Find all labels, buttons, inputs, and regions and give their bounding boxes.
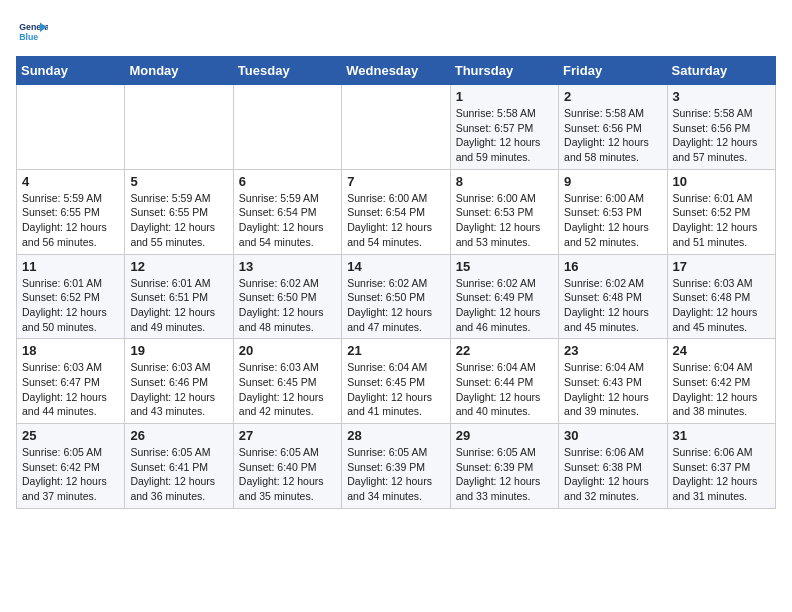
- calendar-cell: 1Sunrise: 5:58 AM Sunset: 6:57 PM Daylig…: [450, 85, 558, 170]
- day-number: 10: [673, 174, 770, 189]
- day-content: Sunrise: 6:01 AM Sunset: 6:52 PM Dayligh…: [673, 191, 770, 250]
- day-number: 20: [239, 343, 336, 358]
- calendar-cell: 23Sunrise: 6:04 AM Sunset: 6:43 PM Dayli…: [559, 339, 667, 424]
- day-content: Sunrise: 6:02 AM Sunset: 6:49 PM Dayligh…: [456, 276, 553, 335]
- day-number: 22: [456, 343, 553, 358]
- calendar-cell: [125, 85, 233, 170]
- calendar-cell: 2Sunrise: 5:58 AM Sunset: 6:56 PM Daylig…: [559, 85, 667, 170]
- calendar-cell: 16Sunrise: 6:02 AM Sunset: 6:48 PM Dayli…: [559, 254, 667, 339]
- calendar-cell: 8Sunrise: 6:00 AM Sunset: 6:53 PM Daylig…: [450, 169, 558, 254]
- calendar-weekday-header: Thursday: [450, 57, 558, 85]
- calendar-week-row: 18Sunrise: 6:03 AM Sunset: 6:47 PM Dayli…: [17, 339, 776, 424]
- day-number: 25: [22, 428, 119, 443]
- day-number: 8: [456, 174, 553, 189]
- calendar-cell: 17Sunrise: 6:03 AM Sunset: 6:48 PM Dayli…: [667, 254, 775, 339]
- calendar-cell: 14Sunrise: 6:02 AM Sunset: 6:50 PM Dayli…: [342, 254, 450, 339]
- calendar-cell: 20Sunrise: 6:03 AM Sunset: 6:45 PM Dayli…: [233, 339, 341, 424]
- calendar-cell: 13Sunrise: 6:02 AM Sunset: 6:50 PM Dayli…: [233, 254, 341, 339]
- day-content: Sunrise: 6:04 AM Sunset: 6:45 PM Dayligh…: [347, 360, 444, 419]
- calendar-cell: 29Sunrise: 6:05 AM Sunset: 6:39 PM Dayli…: [450, 424, 558, 509]
- day-content: Sunrise: 5:59 AM Sunset: 6:55 PM Dayligh…: [22, 191, 119, 250]
- day-content: Sunrise: 5:58 AM Sunset: 6:56 PM Dayligh…: [564, 106, 661, 165]
- calendar-cell: 28Sunrise: 6:05 AM Sunset: 6:39 PM Dayli…: [342, 424, 450, 509]
- day-number: 24: [673, 343, 770, 358]
- calendar-table: SundayMondayTuesdayWednesdayThursdayFrid…: [16, 56, 776, 509]
- calendar-week-row: 11Sunrise: 6:01 AM Sunset: 6:52 PM Dayli…: [17, 254, 776, 339]
- day-number: 21: [347, 343, 444, 358]
- calendar-cell: 22Sunrise: 6:04 AM Sunset: 6:44 PM Dayli…: [450, 339, 558, 424]
- logo: General Blue: [16, 16, 48, 48]
- day-content: Sunrise: 6:06 AM Sunset: 6:38 PM Dayligh…: [564, 445, 661, 504]
- calendar-cell: 9Sunrise: 6:00 AM Sunset: 6:53 PM Daylig…: [559, 169, 667, 254]
- day-number: 11: [22, 259, 119, 274]
- calendar-cell: 11Sunrise: 6:01 AM Sunset: 6:52 PM Dayli…: [17, 254, 125, 339]
- calendar-weekday-header: Saturday: [667, 57, 775, 85]
- day-content: Sunrise: 6:00 AM Sunset: 6:54 PM Dayligh…: [347, 191, 444, 250]
- calendar-cell: 10Sunrise: 6:01 AM Sunset: 6:52 PM Dayli…: [667, 169, 775, 254]
- day-number: 16: [564, 259, 661, 274]
- calendar-cell: 27Sunrise: 6:05 AM Sunset: 6:40 PM Dayli…: [233, 424, 341, 509]
- day-number: 9: [564, 174, 661, 189]
- day-number: 28: [347, 428, 444, 443]
- day-content: Sunrise: 6:03 AM Sunset: 6:47 PM Dayligh…: [22, 360, 119, 419]
- calendar-cell: 21Sunrise: 6:04 AM Sunset: 6:45 PM Dayli…: [342, 339, 450, 424]
- calendar-weekday-header: Friday: [559, 57, 667, 85]
- day-content: Sunrise: 6:01 AM Sunset: 6:51 PM Dayligh…: [130, 276, 227, 335]
- day-number: 3: [673, 89, 770, 104]
- day-content: Sunrise: 6:04 AM Sunset: 6:43 PM Dayligh…: [564, 360, 661, 419]
- day-number: 30: [564, 428, 661, 443]
- day-number: 27: [239, 428, 336, 443]
- calendar-cell: [233, 85, 341, 170]
- calendar-cell: 18Sunrise: 6:03 AM Sunset: 6:47 PM Dayli…: [17, 339, 125, 424]
- day-number: 5: [130, 174, 227, 189]
- day-content: Sunrise: 6:03 AM Sunset: 6:48 PM Dayligh…: [673, 276, 770, 335]
- day-number: 23: [564, 343, 661, 358]
- page-header: General Blue: [16, 16, 776, 48]
- day-content: Sunrise: 6:02 AM Sunset: 6:50 PM Dayligh…: [347, 276, 444, 335]
- calendar-cell: [342, 85, 450, 170]
- svg-text:Blue: Blue: [19, 32, 38, 42]
- day-number: 13: [239, 259, 336, 274]
- day-content: Sunrise: 6:04 AM Sunset: 6:44 PM Dayligh…: [456, 360, 553, 419]
- calendar-week-row: 4Sunrise: 5:59 AM Sunset: 6:55 PM Daylig…: [17, 169, 776, 254]
- day-content: Sunrise: 6:00 AM Sunset: 6:53 PM Dayligh…: [564, 191, 661, 250]
- day-content: Sunrise: 5:59 AM Sunset: 6:55 PM Dayligh…: [130, 191, 227, 250]
- day-number: 14: [347, 259, 444, 274]
- calendar-cell: 31Sunrise: 6:06 AM Sunset: 6:37 PM Dayli…: [667, 424, 775, 509]
- calendar-cell: 26Sunrise: 6:05 AM Sunset: 6:41 PM Dayli…: [125, 424, 233, 509]
- day-content: Sunrise: 6:02 AM Sunset: 6:48 PM Dayligh…: [564, 276, 661, 335]
- day-content: Sunrise: 6:01 AM Sunset: 6:52 PM Dayligh…: [22, 276, 119, 335]
- day-content: Sunrise: 5:58 AM Sunset: 6:56 PM Dayligh…: [673, 106, 770, 165]
- day-number: 19: [130, 343, 227, 358]
- calendar-cell: 7Sunrise: 6:00 AM Sunset: 6:54 PM Daylig…: [342, 169, 450, 254]
- day-content: Sunrise: 5:58 AM Sunset: 6:57 PM Dayligh…: [456, 106, 553, 165]
- calendar-week-row: 25Sunrise: 6:05 AM Sunset: 6:42 PM Dayli…: [17, 424, 776, 509]
- calendar-cell: [17, 85, 125, 170]
- day-content: Sunrise: 6:00 AM Sunset: 6:53 PM Dayligh…: [456, 191, 553, 250]
- calendar-cell: 6Sunrise: 5:59 AM Sunset: 6:54 PM Daylig…: [233, 169, 341, 254]
- day-content: Sunrise: 6:05 AM Sunset: 6:40 PM Dayligh…: [239, 445, 336, 504]
- day-content: Sunrise: 6:06 AM Sunset: 6:37 PM Dayligh…: [673, 445, 770, 504]
- day-number: 12: [130, 259, 227, 274]
- calendar-cell: 24Sunrise: 6:04 AM Sunset: 6:42 PM Dayli…: [667, 339, 775, 424]
- day-content: Sunrise: 5:59 AM Sunset: 6:54 PM Dayligh…: [239, 191, 336, 250]
- calendar-cell: 25Sunrise: 6:05 AM Sunset: 6:42 PM Dayli…: [17, 424, 125, 509]
- calendar-weekday-header: Tuesday: [233, 57, 341, 85]
- calendar-cell: 15Sunrise: 6:02 AM Sunset: 6:49 PM Dayli…: [450, 254, 558, 339]
- day-number: 4: [22, 174, 119, 189]
- day-number: 7: [347, 174, 444, 189]
- calendar-week-row: 1Sunrise: 5:58 AM Sunset: 6:57 PM Daylig…: [17, 85, 776, 170]
- day-number: 6: [239, 174, 336, 189]
- day-number: 31: [673, 428, 770, 443]
- calendar-cell: 4Sunrise: 5:59 AM Sunset: 6:55 PM Daylig…: [17, 169, 125, 254]
- day-content: Sunrise: 6:05 AM Sunset: 6:39 PM Dayligh…: [347, 445, 444, 504]
- day-number: 26: [130, 428, 227, 443]
- calendar-weekday-header: Monday: [125, 57, 233, 85]
- day-number: 29: [456, 428, 553, 443]
- calendar-cell: 3Sunrise: 5:58 AM Sunset: 6:56 PM Daylig…: [667, 85, 775, 170]
- day-content: Sunrise: 6:05 AM Sunset: 6:39 PM Dayligh…: [456, 445, 553, 504]
- calendar-cell: 30Sunrise: 6:06 AM Sunset: 6:38 PM Dayli…: [559, 424, 667, 509]
- day-content: Sunrise: 6:02 AM Sunset: 6:50 PM Dayligh…: [239, 276, 336, 335]
- calendar-header-row: SundayMondayTuesdayWednesdayThursdayFrid…: [17, 57, 776, 85]
- day-content: Sunrise: 6:03 AM Sunset: 6:46 PM Dayligh…: [130, 360, 227, 419]
